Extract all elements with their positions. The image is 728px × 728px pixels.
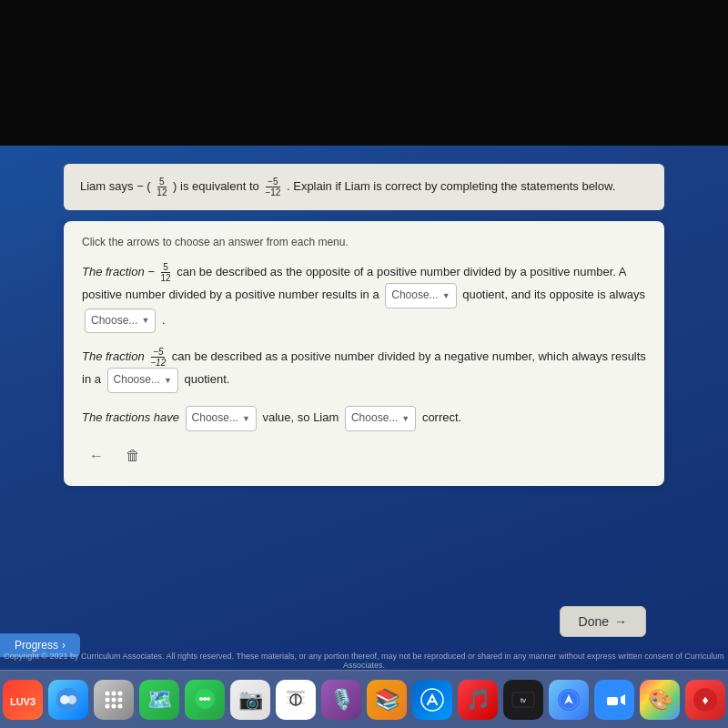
p1-choose1-label: Choose... [391,286,438,306]
p1-choose2-label: Choose... [91,311,137,331]
svg-rect-28 [607,697,618,705]
progress-label: Progress [15,639,58,652]
svg-point-6 [106,697,110,702]
bottom-bar: ← 🗑 [82,444,646,468]
question-fraction1: 5 12 [155,177,168,197]
question-paren-open: ( [147,179,150,193]
svg-point-13 [199,697,203,701]
progress-arrow: › [62,639,66,652]
instruction-text: Click the arrows to choose an answer fro… [82,236,646,248]
p1-end: . [162,313,166,327]
done-label: Done [579,614,609,629]
dock-colorful-icon[interactable]: 🎨 [640,680,680,720]
question-text-part1: Liam says − [80,179,144,193]
svg-point-5 [118,691,123,695]
main-content: Liam says − ( 5 12 ) is equivalent to −5… [0,146,728,655]
p1-dropdown1-arrow: ▼ [442,288,450,303]
p2-end: quotient. [185,373,230,387]
p3-dropdown1-arrow: ▼ [242,411,250,426]
p3-choose1-label: Choose... [192,409,238,429]
done-area: Done → [560,606,646,637]
dock-books-icon[interactable]: 📚 [367,680,407,720]
delete-button[interactable]: 🗑 [118,444,147,468]
svg-point-22 [421,689,443,711]
svg-point-4 [112,691,116,695]
dock-music-icon[interactable]: 🎵 [458,680,498,720]
p1-frac-num: 5 [161,262,170,273]
dock: LUV 3 🗺️ 📷 🎙️ 📚 🎵 tv [0,670,728,728]
question-text-part3: . Explain if Liam is correct by completi… [287,179,615,193]
p3-text1: The fractions have [82,410,179,424]
p2-fraction: −5 −12 [148,347,167,368]
svg-point-3 [106,691,110,695]
q-frac1-den: 12 [155,187,168,197]
q-frac2-den: −12 [263,187,282,197]
p1-dropdown2[interactable]: Choose... ▼ [85,308,156,334]
dock-appstore-icon[interactable] [412,680,452,720]
p3-dropdown2-arrow: ▼ [401,411,410,426]
p2-dropdown1[interactable]: Choose... ▼ [107,368,178,393]
p3-dropdown1[interactable]: Choose... ▼ [186,406,257,431]
p2-frac-den: −12 [148,358,167,368]
dock-icon6[interactable]: 📷 [230,680,270,720]
svg-text:♦: ♦ [702,693,708,707]
question-paren-close: ) [173,179,177,193]
p2-dropdown1-arrow: ▼ [164,373,172,388]
done-button[interactable]: Done → [560,606,646,637]
dock-calendar-icon[interactable]: LUV 3 [3,680,43,720]
top-dark-area [0,0,728,146]
svg-point-2 [67,695,76,704]
dock-news-icon[interactable] [276,680,316,720]
paragraph-3: The fractions have Choose... ▼ value, so… [82,406,646,431]
p1-text3: quotient, and its opposite is always [462,288,645,301]
dock-red-icon[interactable]: ♦ [685,680,725,720]
dock-messages-icon[interactable] [185,680,225,720]
svg-point-15 [207,697,210,701]
p1-frac-den: 12 [158,273,172,283]
question-fraction2: −5 −12 [263,177,282,197]
p1-dropdown1[interactable]: Choose... ▼ [385,283,456,308]
svg-point-11 [118,703,123,708]
p2-text1: The fraction [82,349,147,363]
dock-maps-icon[interactable]: 🗺️ [139,680,179,720]
p3-choose2-label: Choose... [351,409,398,429]
done-arrow: → [614,614,627,629]
dock-podcasts-icon[interactable]: 🎙️ [321,680,361,720]
q-frac2-num: −5 [266,177,279,187]
screen: Liam says − ( 5 12 ) is equivalent to −5… [0,0,728,728]
svg-text:tv: tv [521,696,526,704]
svg-point-8 [118,697,123,702]
svg-point-14 [203,697,207,701]
q-frac1-num: 5 [157,177,167,187]
svg-point-9 [106,703,110,708]
dock-launchpad-icon[interactable] [94,680,134,720]
dock-appletv-icon[interactable]: tv [503,680,543,720]
dock-safari-icon[interactable] [549,680,589,720]
p3-dropdown2[interactable]: Choose... ▼ [345,406,416,431]
dock-finder-icon[interactable] [48,680,88,720]
svg-rect-17 [287,691,305,693]
paragraph-1: The fraction − 5 12 can be described as … [82,261,646,333]
question-box: Liam says − ( 5 12 ) is equivalent to −5… [64,164,664,210]
back-button[interactable]: ← [82,444,111,468]
p3-text2: value, so Liam [263,410,339,424]
p2-choose1-label: Choose... [114,370,160,390]
p1-text1: The fraction − [82,265,155,278]
p2-frac-num: −5 [151,347,165,358]
p1-fraction: 5 12 [158,262,172,283]
svg-point-7 [112,697,116,702]
question-text-part2: is equivalent to [180,179,262,193]
paragraph-2: The fraction −5 −12 can be described as … [82,346,646,393]
answer-box: Click the arrows to choose an answer fro… [64,221,664,486]
dock-zoom-icon[interactable] [594,680,634,720]
p1-dropdown2-arrow: ▼ [141,313,149,328]
p3-end: correct. [422,410,461,424]
footer-text: Copyright © 2021 by Curriculum Associate… [0,652,728,670]
svg-point-10 [112,703,116,708]
